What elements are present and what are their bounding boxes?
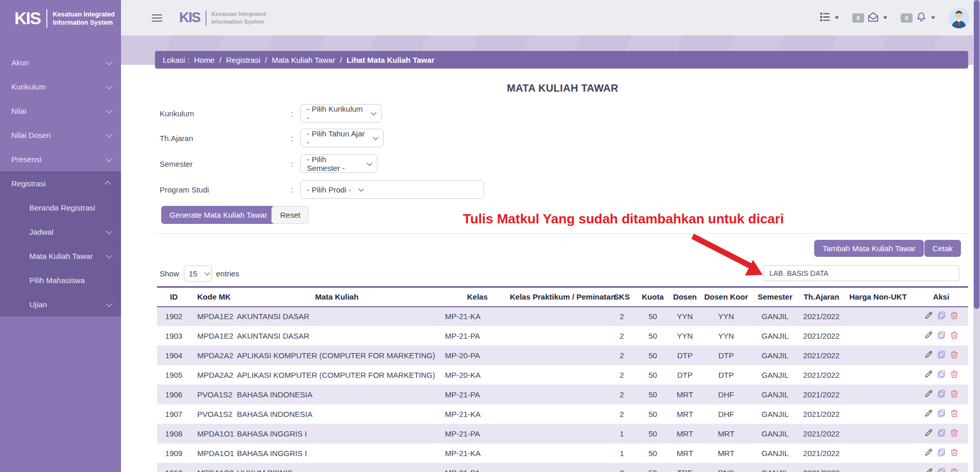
edit-icon[interactable] — [924, 448, 933, 457]
copy-icon[interactable] — [937, 370, 946, 379]
edit-icon[interactable] — [924, 311, 933, 320]
edit-icon[interactable] — [924, 330, 933, 340]
cell-dosen: YYN — [667, 307, 703, 326]
cell-id: 1904 — [157, 346, 191, 365]
delete-icon[interactable] — [950, 448, 959, 457]
cell-sks: 2 — [605, 346, 639, 365]
cell-kode-mk: MPDA1C2 — [191, 463, 236, 472]
scrollbar[interactable] — [973, 0, 980, 472]
table-search-input[interactable] — [764, 265, 959, 281]
delete-icon[interactable] — [950, 389, 959, 398]
sidebar-subitem-pilih-mahasiswa[interactable]: Pilih Mahasiswa — [0, 268, 121, 292]
column-header-dosen-koor[interactable]: Dosen Koor — [703, 287, 749, 307]
cell-kode-mk: PVOA1S2 — [191, 405, 236, 424]
copy-icon[interactable] — [937, 350, 946, 359]
user-avatar[interactable] — [949, 8, 969, 28]
filter-label: Th.Ajaran — [160, 134, 291, 143]
cell-kelas: MP-21-PA — [437, 326, 510, 346]
column-header-harga-non-ukt[interactable]: Harga Non-UKT — [842, 287, 914, 307]
edit-icon[interactable] — [924, 428, 933, 438]
tasks-menu-button[interactable] — [819, 11, 839, 24]
edit-icon[interactable] — [924, 467, 933, 472]
scrollbar-thumb[interactable] — [974, 0, 979, 309]
column-header-kuota[interactable]: Kuota — [639, 287, 667, 307]
tambah-mata-kuliah-tawar-button[interactable]: Tambah Mata Kuliah Tawar — [814, 240, 924, 257]
cell-dosen-koor: YYN — [703, 326, 749, 346]
cell-kuota: 50 — [639, 405, 667, 424]
annotation-text: Tulis Matkul Yang sudah ditambahkan untu… — [463, 211, 784, 227]
edit-icon[interactable] — [924, 389, 933, 398]
copy-icon[interactable] — [937, 389, 946, 398]
reset-button[interactable]: Reset — [271, 206, 309, 224]
chevron-down-icon — [106, 252, 113, 259]
topbar: KIS Kesatuan Integrated Information Syst… — [121, 0, 980, 36]
generate-button[interactable]: Generate Mata Kuliah Tawar — [161, 206, 276, 224]
cell-kelas: MP-21-PA — [437, 463, 510, 472]
cell-semester: GANJIL — [749, 346, 801, 365]
sidebar-item-akun[interactable]: Akun — [0, 50, 121, 75]
sidebar-logo: KIS Kesatuan Integrated Information Syst… — [0, 0, 121, 37]
cetak-button[interactable]: Cetak — [924, 240, 961, 257]
sidebar-subitem-ujian[interactable]: Ujian — [0, 292, 121, 317]
column-header-dosen[interactable]: Dosen — [667, 287, 703, 307]
edit-icon[interactable] — [924, 370, 933, 379]
copy-icon[interactable] — [937, 311, 946, 320]
copy-icon[interactable] — [937, 330, 946, 340]
column-header-aksi[interactable]: Aksi — [914, 287, 968, 307]
column-header-kelas[interactable]: Kelas — [437, 287, 510, 307]
notifications-menu-button[interactable]: 0 — [901, 11, 935, 24]
delete-icon[interactable] — [950, 311, 959, 320]
cell-mata-kuliah: BAHASA INDONESIA — [236, 385, 437, 405]
sidebar-item-kurikulum[interactable]: Kurikulum — [0, 75, 121, 99]
semester-select[interactable]: - Pilih Semester - — [300, 154, 377, 173]
program-studi-select[interactable]: - Pilih Prodi - — [300, 180, 484, 199]
sidebar-subitem-beranda-registrasi[interactable]: Beranda Registrasi — [0, 196, 121, 220]
kurikulum-select[interactable]: - Pilih Kurikulum - — [300, 104, 382, 123]
edit-icon[interactable] — [924, 350, 933, 359]
messages-menu-button[interactable]: 0 — [852, 11, 887, 25]
delete-icon[interactable] — [950, 330, 959, 340]
copy-icon[interactable] — [937, 409, 946, 418]
cell-dosen: MRT — [667, 444, 703, 463]
cell-kuota: 50 — [639, 326, 667, 346]
cell-mata-kuliah: HUKUM BISNIS — [236, 463, 437, 472]
sidebar-item-presensi[interactable]: Presensi — [0, 147, 121, 171]
column-header-mata-kuliah[interactable]: Mata Kuliah — [236, 287, 437, 307]
column-header-semester[interactable]: Semester — [749, 287, 801, 307]
copy-icon[interactable] — [937, 467, 946, 472]
copy-icon[interactable] — [937, 448, 946, 457]
sidebar-subitem-jadwal[interactable]: Jadwal — [0, 220, 121, 244]
copy-icon[interactable] — [937, 428, 946, 438]
column-header-id[interactable]: ID — [157, 287, 191, 307]
chevron-down-icon — [106, 131, 113, 138]
breadcrumb-link-mata-kuliah-tawar[interactable]: Mata Kuliah Tawar — [272, 56, 335, 64]
cell-th-ajaran: 2021/2022 — [801, 463, 842, 472]
th-ajaran-select[interactable]: - Pilih Tahun Ajar - — [300, 129, 384, 147]
sidebar-item-nilai[interactable]: Nilai — [0, 99, 121, 123]
column-header-kelas-praktikum-peminatan[interactable]: Kelas Praktikum / Peminatan — [510, 287, 605, 307]
delete-icon[interactable] — [950, 350, 959, 359]
page-size-select[interactable]: 15 — [184, 266, 212, 282]
delete-icon[interactable] — [950, 467, 959, 472]
column-header-th-ajaran[interactable]: Th.Ajaran — [801, 287, 842, 307]
sidebar-item-nilai-dosen[interactable]: Nilai Dosen — [0, 123, 121, 147]
column-header-kode-mk[interactable]: Kode MK — [191, 287, 236, 307]
breadcrumb-link-home[interactable]: Home — [194, 56, 215, 64]
cell-harga-non-ukt — [842, 463, 914, 472]
cell-mata-kuliah: AKUNTANSI DASAR — [236, 307, 437, 326]
delete-icon[interactable] — [950, 409, 959, 418]
hamburger-menu-icon[interactable] — [152, 12, 162, 24]
sidebar-item-registrasi[interactable]: Registrasi — [0, 171, 121, 196]
cell-dosen: DTP — [667, 346, 703, 365]
delete-icon[interactable] — [950, 370, 959, 379]
entries-label: entries — [216, 269, 239, 278]
edit-icon[interactable] — [924, 409, 933, 418]
cell-kelas: MP-21-KA — [437, 307, 510, 326]
cell-kuota: 50 — [639, 424, 667, 444]
cell-harga-non-ukt — [842, 424, 914, 444]
cell-id: 1905 — [157, 365, 191, 385]
delete-icon[interactable] — [950, 428, 959, 438]
kis-logo-small: KIS — [179, 10, 200, 26]
breadcrumb-link-registrasi[interactable]: Registrasi — [226, 56, 261, 64]
sidebar-subitem-mata-kuliah-tawar[interactable]: Mata Kuliah Tawar — [0, 244, 121, 268]
